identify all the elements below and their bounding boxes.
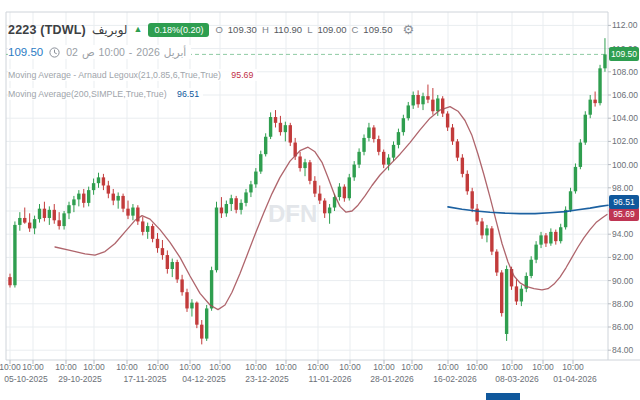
stock-chart-app: DFN 2223 (TDWL) لوبريف ▲ 0.18%(0.20) O10… [0,0,640,400]
settings-gear-icon[interactable]: ⚙ [402,22,414,37]
current-price-label: 109.50 [8,46,43,58]
indicator-legend-sma200[interactable]: Moving Average(200,SIMPLE,True,True) 96.… [8,88,203,100]
date-axis-label: 11-01-2026 [309,374,352,384]
candles [8,38,606,344]
change-badge: 0.18%(0.20) [148,23,209,37]
price-axis-label: 94.00 [612,229,633,239]
date-axis-label: 28-01-2026 [370,374,413,384]
time-axis-label: 10:00 [562,362,583,372]
candlestick-chart[interactable]: DFN [0,0,640,400]
ohlc-readout: O109.30 H110.90 L109.00 C109.50 [215,24,392,35]
clock-icon [49,47,60,58]
crosshair-readout: 109.50 02ص10:00-2026أبريل [8,45,191,59]
price-axis-label: 100.00 [612,160,638,170]
time-axis-label: 10:00 [0,362,21,372]
time-axis-label: 10:00 [55,362,76,372]
time-axis-label: 10:00 [307,362,328,372]
time-axis-label: 10:00 [179,362,200,372]
watermark: DFN [268,200,317,227]
date-axis-label: 29-10-2025 [58,374,101,384]
time-axis-label: 10:00 [532,362,553,372]
price-axis-label: 86.00 [612,322,633,332]
time-axis-label: 10:00 [437,362,458,372]
price-axis-label: 108.00 [612,67,638,77]
date-axis-label: 01-04-2026 [553,374,596,384]
time-axis-label: 10:00 [339,362,360,372]
price-axis-label: 92.00 [612,252,633,262]
price-axis-label: 84.00 [612,345,633,355]
date-axis-label: 05-10-2025 [4,374,47,384]
chart-header: 2223 (TDWL) لوبريف ▲ 0.18%(0.20) O109.30… [8,22,414,37]
indicator-label: Moving Average - Arnaud Legoux(21,0.85,6… [8,70,221,80]
time-axis-label: 10:00 [83,362,104,372]
time-axis-label: 10:00 [245,362,266,372]
time-axis-label: 10:00 [22,362,43,372]
symbol-code: 2223 (TDWL) [8,23,86,37]
price-axis-label: 112.00 [612,20,637,30]
time-axis-label: 10:00 [116,362,137,372]
price-axis-label: 102.00 [612,136,638,146]
price-axis-label: 90.00 [612,276,633,286]
indicator-label: Moving Average(200,SIMPLE,True,True) [8,89,167,99]
price-axis-label: 88.00 [612,299,633,309]
time-axis-label: 10:00 [275,362,296,372]
up-triangle-icon: ▲ [133,25,142,34]
symbol-name-arabic: لوبريف [92,23,128,37]
date-axis-label: 08-03-2026 [495,374,538,384]
time-axis-label: 10:00 [501,362,522,372]
time-axis-label: 10:00 [209,362,230,372]
indicator-legend-alma[interactable]: Moving Average - Arnaud Legoux(21,0.85,6… [8,69,257,81]
crosshair-date-badge-clipped [486,393,520,400]
time-axis-label: 10:00 [466,362,487,372]
last-price-badge: 109.50 [609,47,639,61]
time-axis-label: 10:00 [401,362,422,372]
date-axis-label: 16-02-2026 [433,374,476,384]
indicator-value: 96.51 [177,89,199,99]
sma-price-badge: 96.51 [609,195,639,209]
price-axis-label: 106.00 [612,90,638,100]
time-axis-label: 10:00 [373,362,394,372]
alma-price-badge: 95.69 [609,207,639,221]
indicator-value: 95.69 [231,70,253,80]
date-axis-label: 04-12-2025 [182,374,225,384]
price-axis-label: 104.00 [612,113,638,123]
date-axis-label: 23-12-2025 [245,374,288,384]
price-axis-label: 98.00 [612,183,633,193]
date-axis-label: 17-11-2025 [124,374,167,384]
bar-datetime: 02ص10:00-2026أبريل [66,46,186,58]
time-axis-label: 10:00 [147,362,168,372]
